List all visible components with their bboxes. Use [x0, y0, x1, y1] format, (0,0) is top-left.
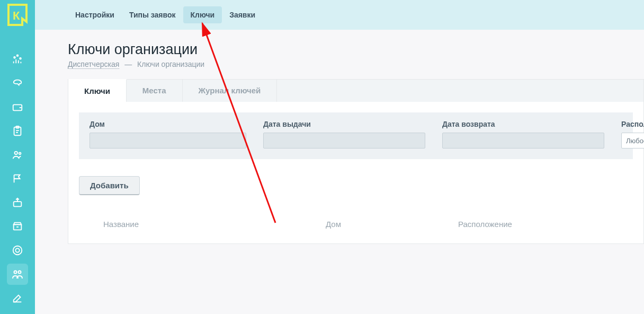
filter-location-label: Распол — [621, 120, 644, 128]
svg-rect-10 — [14, 202, 22, 206]
filter-location: Распол — [621, 120, 644, 149]
subtabs: Ключи Места Журнал ключей — [68, 79, 643, 102]
add-button[interactable]: Добавить — [79, 176, 140, 195]
subtab-keys[interactable]: Ключи — [68, 79, 127, 102]
subtab-places[interactable]: Места — [127, 80, 183, 102]
sidebar-archive[interactable] — [7, 216, 28, 237]
topbar: Настройки Типы заявок Ключи Заявки — [35, 0, 644, 30]
table-header: Название Дом Расположение — [68, 220, 643, 243]
sidebar-billing[interactable] — [7, 240, 28, 261]
filters: Дом Дата выдачи Дата возврата Распол — [79, 112, 633, 159]
filter-issue-date: Дата выдачи — [263, 120, 425, 149]
sidebar: К — [0, 0, 35, 314]
svg-point-2 — [14, 57, 15, 58]
sidebar-edit[interactable] — [7, 287, 28, 309]
sidebar-wallet[interactable] — [7, 97, 28, 118]
svg-point-15 — [19, 271, 21, 274]
sidebar-dispatch[interactable] — [7, 264, 28, 285]
svg-point-3 — [17, 55, 19, 56]
toptab-keys[interactable]: Ключи — [183, 6, 222, 23]
panel: Ключи Места Журнал ключей Дом Дата выдач… — [68, 79, 644, 244]
svg-point-9 — [19, 152, 21, 154]
sidebar-nav — [0, 49, 35, 311]
sidebar-clipboard[interactable] — [7, 120, 28, 142]
breadcrumb-sep: — — [124, 60, 132, 68]
filter-location-select[interactable] — [621, 133, 644, 149]
col-name: Название — [103, 220, 326, 229]
svg-point-8 — [15, 152, 18, 155]
breadcrumb: Диспетчерская — Ключи организации — [68, 60, 644, 68]
content: Ключи организации Диспетчерская — Ключи … — [35, 30, 644, 314]
filter-issue-label: Дата выдачи — [263, 120, 425, 128]
logo[interactable]: К — [0, 0, 35, 30]
svg-point-14 — [14, 271, 17, 274]
filter-house-label: Дом — [90, 120, 246, 128]
sidebar-flag[interactable] — [7, 168, 28, 189]
page-title: Ключи организации — [68, 41, 644, 58]
sidebar-upload[interactable] — [7, 192, 28, 213]
col-house: Дом — [326, 220, 458, 229]
svg-text:К: К — [13, 9, 20, 22]
subtab-journal[interactable]: Журнал ключей — [183, 80, 278, 102]
toptab-settings[interactable]: Настройки — [68, 6, 122, 23]
svg-point-4 — [20, 58, 21, 59]
breadcrumb-current: Ключи организации — [137, 60, 204, 68]
filter-return-label: Дата возврата — [442, 120, 604, 128]
svg-point-13 — [15, 248, 19, 252]
filter-return-date: Дата возврата — [442, 120, 604, 149]
col-location: Расположение — [458, 220, 596, 229]
toptab-request-types[interactable]: Типы заявок — [122, 6, 183, 23]
sidebar-analytics[interactable] — [7, 49, 28, 70]
filter-house: Дом — [90, 120, 246, 149]
toptab-requests[interactable]: Заявки — [222, 6, 263, 23]
sidebar-calls[interactable] — [7, 73, 28, 94]
filter-return-input[interactable] — [442, 133, 604, 149]
filter-house-input[interactable] — [90, 133, 246, 149]
svg-point-12 — [13, 246, 22, 255]
sidebar-team[interactable] — [7, 144, 28, 165]
breadcrumb-root[interactable]: Диспетчерская — [68, 60, 119, 69]
filter-issue-input[interactable] — [263, 133, 425, 149]
